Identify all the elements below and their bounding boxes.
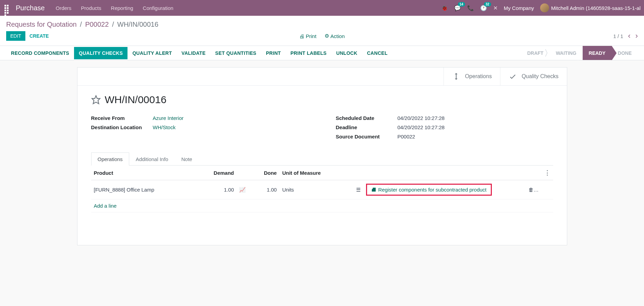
menu-reporting[interactable]: Reporting (111, 5, 133, 11)
wf-action-validate[interactable]: VALIDATE (177, 47, 210, 59)
th-done: Done (250, 166, 279, 180)
field-label: Destination Location (91, 124, 153, 130)
tools-icon[interactable]: ✕ (493, 5, 498, 11)
breadcrumb: Requests for Quotation / P00022 / WH/IN/… (0, 16, 644, 31)
top-menu: Orders Products Reporting Configuration (56, 5, 173, 11)
status-ready[interactable]: READY (583, 46, 612, 60)
form-sheet: Operations Quality Checks WH/IN/00016 Re… (77, 67, 567, 245)
activity-badge: 32 (484, 2, 491, 7)
add-line-row: Add a line (91, 199, 553, 212)
activity-icon[interactable]: 🕐32 (480, 5, 487, 11)
field-value: P00022 (398, 134, 415, 139)
workflow-bar: RECORD COMPONENTSQUALITY CHECKSQUALITY A… (0, 46, 644, 60)
top-navbar: Purchase Orders Products Reporting Confi… (0, 0, 644, 16)
field-value: 04/20/2022 10:27:28 (398, 124, 445, 130)
field-row: Source DocumentP00022 (336, 134, 553, 139)
th-uom: Unit of Measure (279, 166, 349, 180)
apps-icon[interactable] (3, 4, 12, 12)
operations-table: Product Demand Done Unit of Measure ⋮ [F… (91, 166, 553, 212)
register-highlight: ⛘ Register components for subcontracted … (366, 184, 492, 196)
field-value: 04/20/2022 10:27:28 (398, 115, 445, 121)
breadcrumb-root[interactable]: Requests for Quotation (6, 21, 77, 28)
app-brand[interactable]: Purchase (16, 4, 45, 12)
delete-row-icon[interactable]: 🗑 (528, 187, 534, 193)
breadcrumb-parent[interactable]: P00022 (85, 21, 109, 28)
user-name: Mitchell Admin (14605928-saas-15-1-al (551, 5, 641, 11)
menu-orders[interactable]: Orders (56, 5, 72, 11)
wf-action-quality-alert[interactable]: QUALITY ALERT (127, 47, 177, 59)
wf-action-quality-checks[interactable]: QUALITY CHECKS (74, 47, 127, 59)
wf-action-cancel[interactable]: CANCEL (362, 47, 392, 59)
wf-action-unlock[interactable]: UNLOCK (331, 47, 362, 59)
field-row: Receive FromAzure Interior (91, 115, 308, 121)
stat-quality-checks[interactable]: Quality Checks (500, 68, 567, 85)
edit-button[interactable]: EDIT (6, 31, 25, 41)
field-label: Receive From (91, 115, 153, 121)
field-row: Destination LocationWH/Stock (91, 124, 308, 130)
control-bar: Requests for Quotation / P00022 / WH/IN/… (0, 16, 644, 46)
bug-icon[interactable]: 🐞 (441, 5, 448, 11)
wf-action-set-quantities[interactable]: SET QUANTITIES (210, 47, 261, 59)
wf-action-print[interactable]: PRINT (261, 47, 286, 59)
field-value[interactable]: WH/Stock (153, 124, 176, 130)
gear-icon: ⚙ (325, 33, 329, 39)
pager-text: 1 / 1 (613, 33, 623, 39)
cell-product: [FURN_8888] Office Lamp (91, 180, 196, 199)
stat-buttons: Operations Quality Checks (77, 68, 567, 86)
print-button[interactable]: 🖨Print (299, 33, 316, 39)
pager-prev-icon[interactable]: ‹ (628, 32, 630, 40)
sitemap-icon: ⛘ (371, 187, 376, 193)
user-menu[interactable]: Mitchell Admin (14605928-saas-15-1-al (540, 3, 641, 12)
field-row: Deadline04/20/2022 10:27:28 (336, 124, 553, 130)
phone-icon[interactable]: 📞 (467, 5, 474, 11)
wf-action-record-components[interactable]: RECORD COMPONENTS (6, 47, 74, 59)
detailed-operations-icon[interactable]: ☰ (356, 187, 361, 193)
menu-products[interactable]: Products (81, 5, 101, 11)
company-switcher[interactable]: My Company (504, 5, 534, 11)
fields-right: Scheduled Date04/20/2022 10:27:28Deadlin… (336, 115, 553, 143)
breadcrumb-current: WH/IN/00016 (117, 21, 158, 28)
cell-demand: 1.00 (196, 180, 236, 199)
th-product: Product (91, 166, 196, 180)
record-title: WH/IN/00016 (105, 94, 167, 106)
pager: 1 / 1 ‹ › (613, 32, 638, 40)
check-icon (509, 72, 517, 81)
field-value[interactable]: Azure Interior (153, 115, 184, 121)
table-options-icon[interactable]: ⋮ (544, 169, 550, 176)
wf-action-print-labels[interactable]: PRINT LABELS (285, 47, 331, 59)
star-icon[interactable] (91, 95, 101, 105)
messages-badge: 14 (458, 2, 465, 7)
cell-uom: Units (279, 180, 349, 199)
fields-left: Receive FromAzure InteriorDestination Lo… (91, 115, 308, 143)
th-demand: Demand (196, 166, 236, 180)
tab-additional-info[interactable]: Additional Info (129, 152, 175, 166)
stat-operations[interactable]: Operations (443, 68, 500, 85)
field-label: Deadline (336, 124, 398, 130)
updown-icon (452, 72, 460, 81)
tab-operations[interactable]: Operations (91, 152, 129, 166)
create-button[interactable]: CREATE (25, 31, 53, 41)
field-label: Source Document (336, 134, 398, 139)
status-bar: DRAFT〉WAITING〉READYDONE (521, 46, 638, 60)
field-row: Scheduled Date04/20/2022 10:27:28 (336, 115, 553, 121)
top-right: 🐞 💬14 📞 🕐32 ✕ My Company Mitchell Admin … (441, 3, 641, 12)
field-label: Scheduled Date (336, 115, 398, 121)
svg-marker-0 (92, 96, 100, 103)
tabs: OperationsAdditional InfoNote (91, 152, 553, 166)
cell-done: 1.00 (250, 180, 279, 199)
avatar (540, 3, 549, 12)
action-button[interactable]: ⚙Action (325, 33, 345, 39)
pager-next-icon[interactable]: › (635, 32, 638, 40)
menu-configuration[interactable]: Configuration (143, 5, 173, 11)
forecast-icon[interactable]: 📈 (239, 187, 246, 193)
table-row[interactable]: [FURN_8888] Office Lamp 1.00 📈 1.00 Unit… (91, 180, 553, 199)
add-line-link[interactable]: Add a line (94, 203, 117, 209)
messages-icon[interactable]: 💬14 (454, 5, 461, 11)
print-icon: 🖨 (299, 33, 304, 39)
register-components-link[interactable]: ⛘ Register components for subcontracted … (368, 185, 489, 194)
workflow-actions: RECORD COMPONENTSQUALITY CHECKSQUALITY A… (6, 47, 392, 59)
status-draft[interactable]: DRAFT〉 (521, 46, 549, 60)
tab-note[interactable]: Note (175, 152, 199, 166)
more-icon: … (534, 187, 539, 193)
